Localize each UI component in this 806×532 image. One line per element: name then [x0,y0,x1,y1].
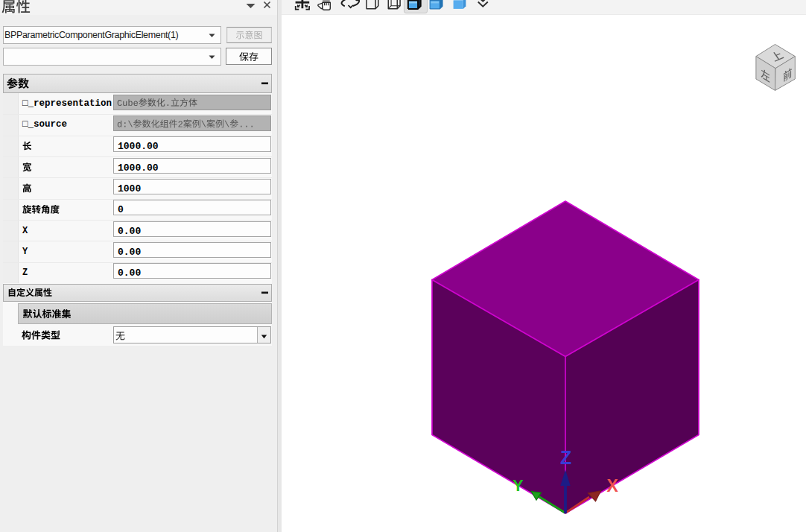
svg-text:X: X [607,476,619,495]
svg-text:Z: Z [560,447,571,468]
svg-text:Y: Y [513,476,524,495]
